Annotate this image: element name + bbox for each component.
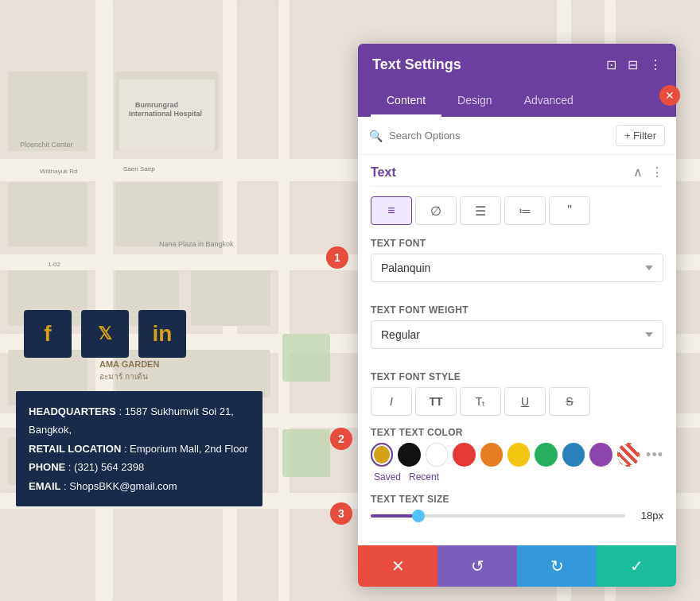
step-badge-3: 3: [330, 502, 352, 525]
twitter-icon[interactable]: 𝕏: [81, 310, 129, 358]
color-blue[interactable]: [562, 443, 585, 467]
section-header: Text ∧ ⋮: [371, 155, 663, 187]
font-select[interactable]: Palanquin: [371, 254, 663, 282]
svg-text:Witthayuk Rd: Witthayuk Rd: [40, 168, 78, 175]
svg-rect-15: [8, 72, 88, 151]
color-none[interactable]: [617, 443, 640, 467]
panel-body: Text ∧ ⋮ ≡ ∅ ☰ ≔ " Text Font Palanquin T…: [358, 155, 676, 545]
svg-rect-14: [191, 270, 270, 326]
social-icons-container: f 𝕏 in: [24, 310, 186, 358]
svg-rect-8: [278, 0, 290, 601]
style-buttons: I TT Tₜ U S: [371, 387, 663, 416]
size-slider[interactable]: [371, 514, 625, 518]
svg-rect-33: [282, 429, 330, 477]
font-field-group: Text Font Palanquin: [371, 238, 663, 293]
size-field-group: Text Text Size 18px: [371, 494, 663, 522]
color-yellow[interactable]: [508, 443, 530, 467]
tab-content[interactable]: Content: [371, 86, 441, 117]
svg-text:อะมาร์ กาเด้น: อะมาร์ กาเด้น: [99, 372, 148, 381]
align-ordered-button[interactable]: ≔: [504, 196, 546, 225]
color-white[interactable]: [426, 443, 448, 467]
panel-tabs: Content Design Advanced: [358, 86, 676, 117]
color-purple[interactable]: [589, 443, 612, 467]
search-input[interactable]: [389, 130, 609, 142]
italic-button[interactable]: I: [371, 387, 412, 416]
color-black[interactable]: [398, 443, 420, 467]
size-label: Text Text Size: [371, 494, 663, 505]
size-slider-row: 18px: [371, 510, 663, 522]
strikethrough-button[interactable]: S: [549, 387, 590, 416]
collapse-icon[interactable]: ∧: [633, 165, 643, 180]
align-quote-button[interactable]: ": [549, 196, 590, 225]
svg-text:Ploenchit Center: Ploenchit Center: [20, 141, 73, 149]
svg-text:Saen Saep: Saen Saep: [123, 165, 155, 173]
svg-rect-21: [239, 350, 270, 397]
confirm-button[interactable]: ✓: [597, 545, 676, 587]
color-gold[interactable]: [371, 443, 393, 467]
color-red[interactable]: [453, 443, 475, 467]
panel-close-button[interactable]: ✕: [659, 85, 680, 106]
saved-label[interactable]: Saved: [374, 471, 401, 483]
svg-text:International Hospital: International Hospital: [129, 110, 202, 118]
search-bar: 🔍 + Filter: [358, 117, 676, 155]
columns-icon[interactable]: ⊟: [628, 57, 638, 72]
style-field-group: Text Font Style I TT Tₜ U S: [371, 371, 663, 416]
section-menu-icon[interactable]: ⋮: [651, 165, 663, 180]
alignment-buttons: ≡ ∅ ☰ ≔ ": [371, 196, 663, 225]
facebook-icon[interactable]: f: [24, 310, 72, 358]
search-icon: 🔍: [369, 130, 383, 142]
weight-field-group: Text Font Weight Regular: [371, 304, 663, 360]
step-badge-2: 2: [330, 428, 352, 450]
align-none-button[interactable]: ∅: [415, 196, 457, 225]
align-left-button[interactable]: ≡: [371, 196, 412, 225]
tab-design[interactable]: Design: [441, 86, 508, 117]
color-swatches: •••: [371, 443, 663, 467]
tab-advanced[interactable]: Advanced: [508, 86, 589, 117]
underline-button[interactable]: U: [504, 387, 546, 416]
step-badge-1: 1: [326, 246, 348, 269]
color-label: Text Text Color: [371, 427, 663, 438]
section-title: Text: [371, 165, 396, 180]
more-icon[interactable]: ⋮: [649, 57, 662, 72]
settings-panel: Text Settings ⊡ ⊟ ⋮ Content Design Advan…: [358, 44, 676, 587]
svg-rect-12: [115, 183, 219, 246]
section-actions: ∧ ⋮: [633, 165, 663, 180]
svg-text:Nana Plaza in Bangkok: Nana Plaza in Bangkok: [159, 240, 234, 248]
uppercase-button[interactable]: TT: [415, 387, 457, 416]
svg-rect-16: [8, 183, 88, 246]
color-green[interactable]: [535, 443, 557, 467]
filter-button[interactable]: + Filter: [616, 125, 665, 146]
expand-icon[interactable]: ⊡: [606, 57, 616, 72]
svg-text:1-02: 1-02: [48, 261, 61, 268]
font-label: Text Font: [371, 238, 663, 249]
panel-header: Text Settings ⊡ ⊟ ⋮: [358, 44, 676, 86]
linkedin-icon[interactable]: in: [138, 310, 186, 358]
svg-rect-6: [95, 0, 113, 601]
align-list-button[interactable]: ☰: [460, 196, 501, 225]
color-field-group: Text Text Color ••• Saved Recent: [371, 427, 663, 483]
action-bar: ✕ ↺ ↻ ✓: [358, 545, 676, 587]
size-value: 18px: [635, 510, 663, 522]
panel-title: Text Settings: [372, 56, 461, 73]
color-orange[interactable]: [480, 443, 503, 467]
svg-text:Bumrungrad: Bumrungrad: [135, 101, 178, 109]
style-label: Text Font Style: [371, 371, 663, 382]
more-colors-icon[interactable]: •••: [644, 447, 663, 463]
cancel-button[interactable]: ✕: [358, 545, 438, 587]
panel-header-icons: ⊡ ⊟ ⋮: [606, 57, 662, 72]
capitalize-button[interactable]: Tₜ: [460, 387, 501, 416]
svg-text:AMA GARDEN: AMA GARDEN: [99, 359, 159, 369]
svg-rect-32: [282, 334, 330, 382]
saved-recent-row: Saved Recent: [371, 471, 663, 483]
address-box: HEADQUARTERS : 1587 Sukhumvit Soi 21, Ba…: [16, 391, 262, 506]
weight-select[interactable]: Regular: [371, 320, 663, 349]
redo-button[interactable]: ↻: [517, 545, 597, 587]
weight-label: Text Font Weight: [371, 304, 663, 316]
recent-label[interactable]: Recent: [409, 471, 439, 483]
undo-button[interactable]: ↺: [438, 545, 517, 587]
